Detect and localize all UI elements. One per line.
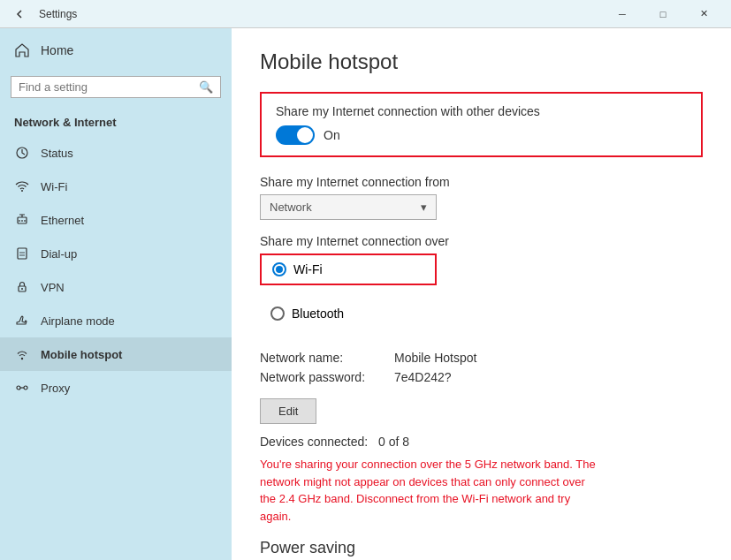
sidebar-item-status[interactable]: Status [0, 136, 232, 170]
status-label: Status [41, 147, 73, 160]
airplane-icon [14, 313, 30, 329]
power-saving-title: Power saving [260, 539, 703, 557]
network-password-row: Network password: 7e4D242? [260, 370, 703, 384]
dropdown-value: Network [270, 201, 312, 214]
network-name-key: Network name: [260, 351, 384, 365]
airplane-label: Airplane mode [41, 314, 115, 328]
network-password-key: Network password: [260, 370, 384, 384]
sidebar-item-wifi[interactable]: Wi-Fi [0, 170, 232, 203]
search-box[interactable]: 🔍 [11, 76, 221, 98]
wifi-radio-option[interactable]: Wi-Fi [260, 254, 437, 285]
titlebar: Settings ─ □ ✕ [0, 0, 731, 28]
sidebar-item-vpn[interactable]: VPN [0, 270, 232, 304]
share-from-dropdown[interactable]: Network ▾ [260, 194, 437, 220]
ethernet-icon [14, 212, 30, 228]
devices-connected-val: 0 of 8 [378, 435, 409, 449]
hotspot-label: Mobile hotspot [41, 348, 122, 361]
chevron-down-icon: ▾ [421, 201, 427, 214]
sidebar-item-dialup[interactable]: Dial-up [0, 237, 232, 270]
toggle-knob [297, 127, 313, 143]
bluetooth-radio-option[interactable]: Bluetooth [260, 299, 354, 328]
sidebar: Home 🔍 Network & Internet Status Wi-Fi [0, 28, 232, 560]
svg-point-12 [23, 254, 25, 256]
sidebar-item-airplane[interactable]: Airplane mode [0, 304, 232, 337]
search-icon: 🔍 [199, 80, 213, 94]
share-from-section: Share my Internet connection from Networ… [260, 175, 703, 220]
share-toggle-on-label: On [324, 128, 340, 142]
share-over-section: Share my Internet connection over Wi-Fi … [260, 234, 703, 337]
network-password-val: 7e4D242? [394, 370, 452, 384]
svg-point-8 [21, 252, 23, 254]
proxy-label: Proxy [41, 382, 70, 395]
search-input[interactable] [19, 80, 199, 94]
svg-point-14 [21, 288, 23, 290]
toggle-row: On [276, 125, 687, 145]
svg-point-7 [19, 252, 21, 254]
bluetooth-radio-input[interactable] [270, 306, 285, 321]
titlebar-title: Settings [39, 8, 77, 20]
vpn-label: VPN [41, 281, 65, 294]
edit-button[interactable]: Edit [260, 398, 316, 424]
svg-point-17 [24, 386, 27, 390]
svg-point-16 [17, 386, 20, 390]
wifi-label: Wi-Fi [41, 180, 67, 193]
sidebar-home-item[interactable]: Home [0, 28, 232, 72]
vpn-icon [14, 279, 30, 295]
sidebar-item-ethernet[interactable]: Ethernet [0, 203, 232, 237]
dialup-label: Dial-up [41, 247, 77, 261]
dialup-icon [14, 246, 30, 261]
share-over-label: Share my Internet connection over [260, 234, 703, 248]
sidebar-section-title: Network & Internet [0, 109, 232, 136]
ethernet-label: Ethernet [41, 214, 84, 227]
hotspot-icon [14, 346, 30, 362]
share-toggle-section: Share my Internet connection with other … [260, 92, 703, 157]
share-toggle-label: Share my Internet connection with other … [276, 104, 687, 118]
titlebar-controls: ─ □ ✕ [602, 0, 724, 28]
minimize-button[interactable]: ─ [602, 0, 643, 28]
network-name-row: Network name: Mobile Hotspot [260, 351, 703, 365]
page-title: Mobile hotspot [260, 49, 703, 74]
devices-connected-row: Devices connected: 0 of 8 [260, 435, 703, 449]
warning-text: You're sharing your connection over the … [260, 456, 596, 525]
bluetooth-radio-label: Bluetooth [292, 306, 344, 321]
share-toggle[interactable] [276, 125, 315, 145]
home-icon [14, 42, 30, 58]
sidebar-item-hotspot[interactable]: Mobile hotspot [0, 337, 232, 371]
svg-point-1 [21, 190, 23, 192]
svg-point-15 [21, 358, 23, 359]
svg-point-11 [21, 254, 23, 256]
status-icon [14, 145, 30, 161]
back-button[interactable] [7, 2, 32, 26]
main-layout: Home 🔍 Network & Internet Status Wi-Fi [0, 28, 731, 560]
network-name-val: Mobile Hotspot [394, 351, 476, 365]
content-area: Mobile hotspot Share my Internet connect… [232, 28, 731, 560]
svg-point-10 [19, 254, 21, 256]
maximize-button[interactable]: □ [643, 0, 683, 28]
devices-connected-label: Devices connected: [260, 435, 368, 449]
sidebar-item-proxy[interactable]: Proxy [0, 371, 232, 405]
proxy-icon [14, 380, 30, 396]
wifi-radio-label: Wi-Fi [293, 262, 323, 276]
home-label: Home [41, 43, 73, 57]
wifi-radio-input[interactable] [272, 262, 286, 276]
wifi-icon [14, 178, 30, 194]
titlebar-left: Settings [7, 2, 77, 26]
close-button[interactable]: ✕ [683, 0, 724, 28]
svg-rect-6 [18, 248, 27, 259]
svg-point-9 [23, 252, 25, 254]
share-from-label: Share my Internet connection from [260, 175, 703, 189]
